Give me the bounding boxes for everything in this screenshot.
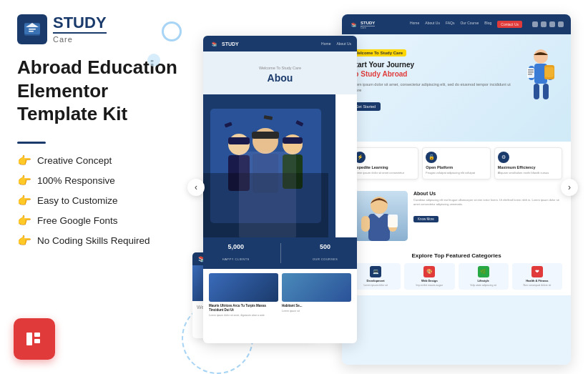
mid-about-section: Welcome To Study Care Abou (203, 51, 357, 94)
mini-logo-sub-main: Care (361, 26, 375, 29)
main-title: Abroad Education Elementor Template Kit (17, 56, 189, 126)
categories-grid: 💻 Development Lorem ipsum dolor sit 🎨 We… (351, 263, 562, 290)
feature-cards: ⚡ Expedite Learning Lorem ipsum dolor si… (342, 142, 571, 185)
deco-circle-1 (162, 21, 182, 41)
svg-rect-28 (543, 84, 549, 99)
about-btn[interactable]: Know More (413, 216, 438, 222)
categories-section: Explore Top Featured Categories 💻 Develo… (342, 247, 571, 296)
cat-icon-2: 🎨 (423, 266, 435, 277)
feature-text-3: Easy to Customize (37, 195, 118, 206)
mini-logo-icon-mid: 📚 (209, 39, 219, 49)
preview-stack: ‹ › 📚 STUDY Home About Us C (203, 14, 571, 360)
social-icons (532, 21, 564, 27)
cat-desc-3: Vulp utate adipiscing sit (470, 284, 496, 287)
feature-item-5: 👉 No Coding Skills Required (17, 234, 189, 247)
svg-rect-33 (528, 72, 534, 73)
hero-text-block: Welcome To Study Care Start Your Journey… (351, 44, 514, 132)
cat-item-2: 🎨 Web Design Imp erdiet mauris augue (404, 263, 454, 290)
finger-icon-5: 👉 (17, 234, 31, 247)
features-list: 👉 Creative Concept 👉 100% Responsive 👉 E… (17, 154, 189, 247)
separator-line (17, 142, 46, 144)
feat-card-title-1: Expedite Learning (354, 165, 415, 169)
preview-main-header: 📚 STUDY Care Home About Us FAQs Our Cour… (342, 14, 571, 34)
right-panel: ‹ › 📚 STUDY Home About Us C (203, 14, 571, 360)
stat-clients-label: Happy Clients (222, 257, 250, 261)
social-icon-4 (558, 21, 564, 27)
cat-item-4: ❤ Health & Fitness Non consequat dolore … (512, 263, 562, 290)
hero-heading-line2: To Study Abroad (351, 70, 407, 78)
social-icon-3 (549, 21, 555, 27)
svg-rect-14 (252, 132, 279, 139)
left-panel: STUDY Care Abroad Education Elementor Te… (17, 14, 189, 360)
main-container: STUDY Care Abroad Education Elementor Te… (0, 0, 588, 374)
mini-logo-text-main: STUDY (361, 21, 375, 25)
mini-logo-text-mid: STUDY (222, 41, 239, 46)
prev-arrow[interactable]: ‹ (187, 179, 205, 196)
feat-card-title-2: Open Platform (426, 165, 486, 169)
preview-hero: Welcome To Study Care Start Your Journey… (342, 34, 571, 142)
finger-icon-4: 👉 (17, 214, 31, 227)
cat-desc-4: Non consequat dolore sit (524, 284, 552, 287)
feat-card-1: ⚡ Expedite Learning Lorem ipsum dolor si… (351, 147, 418, 179)
cat-item-3: 🌿 Lifestyle Vulp utate adipiscing sit (459, 263, 509, 290)
social-icon-2 (541, 21, 547, 27)
header-links-main: Home About Us FAQs Our Course Blog Conta… (410, 21, 522, 28)
hero-illustration (519, 44, 562, 109)
about-section: About Us Curabitur adipiscing elit est f… (342, 185, 571, 247)
cat-name-1: Development (367, 279, 385, 282)
stat-clients-num: 5,000 (222, 243, 250, 250)
svg-rect-3 (29, 31, 34, 32)
news-item-2: Habitant Se... Lorem ipsum sit (282, 273, 351, 317)
news-title-1: Mauris Ultrices Arcu Tu Turpis Massa Tin… (209, 304, 278, 313)
mid-about-title: Abou (210, 72, 350, 84)
stat-divider (280, 243, 281, 263)
svg-rect-2 (29, 29, 36, 30)
svg-rect-5 (34, 333, 40, 337)
logo-icon (17, 14, 47, 44)
feature-text-5: No Coding Skills Required (37, 235, 150, 246)
feat-card-3: ⚙ Maximum Efficiency Aliquam vestibulum … (494, 147, 562, 179)
feat-card-desc-3: Aliquam vestibulum morbi blandit cursus (498, 171, 559, 175)
cat-desc-2: Imp erdiet mauris augue (416, 284, 444, 287)
next-arrow[interactable]: › (561, 179, 578, 196)
finger-icon-2: 👉 (17, 174, 31, 187)
news-thumb-2 (282, 273, 351, 302)
stat-courses-num: 500 (313, 243, 338, 250)
mini-logo-mid: 📚 STUDY (209, 39, 239, 49)
mini-logo-main: 📚 STUDY Care (349, 19, 375, 29)
stat-courses: 500 Our Courses (313, 243, 338, 263)
svg-rect-27 (534, 84, 539, 99)
feat-card-icon-2: 🔓 (426, 152, 437, 163)
news-desc-2: Lorem ipsum sit (282, 310, 351, 313)
mid-welcome-text: Welcome To Study Care (210, 66, 350, 70)
elementor-badge (14, 318, 55, 360)
social-icon-1 (532, 21, 538, 27)
hero-heading-line1: Start Your Journey (351, 61, 414, 69)
feature-item-3: 👉 Easy to Customize (17, 194, 189, 207)
feature-item-4: 👉 Free Google Fonts (17, 214, 189, 227)
mid-grad-image (203, 94, 335, 237)
stat-clients: 5,000 Happy Clients (222, 243, 250, 263)
cat-item-1: 💻 Development Lorem ipsum dolor sit (351, 263, 401, 290)
svg-rect-34 (528, 74, 532, 75)
feature-text-4: Free Google Fonts (37, 215, 118, 226)
finger-icon-1: 👉 (17, 154, 31, 167)
mini-logo-icon-main: 📚 (349, 20, 358, 29)
header-links-mid: Home About Us (321, 41, 351, 46)
svg-point-23 (534, 49, 548, 64)
cat-icon-1: 💻 (370, 266, 381, 277)
news-title-2: Habitant Se... (282, 304, 351, 308)
cat-desc-1: Lorem ipsum dolor sit (363, 284, 387, 287)
stat-courses-label: Our Courses (313, 257, 338, 261)
cat-icon-4: ❤ (531, 266, 543, 277)
feature-text-2: 100% Responsive (37, 175, 115, 186)
feat-card-desc-2: Feugiat volutpat adipiscing elit volutpa… (426, 171, 486, 175)
contact-us-btn[interactable]: Contact Us (497, 21, 522, 28)
svg-rect-17 (283, 137, 303, 144)
about-desc: Curabitur adipiscing elit est feugue ull… (413, 198, 562, 207)
preview-main: 📚 STUDY Care Home About Us FAQs Our Cour… (342, 14, 571, 365)
news-section: Mauris Ultrices Arcu Tu Turpis Massa Tin… (203, 269, 357, 321)
cat-name-3: Lifestyle (478, 279, 489, 282)
feat-card-icon-3: ⚙ (498, 152, 509, 163)
logo-text-block: STUDY Care (53, 15, 107, 44)
